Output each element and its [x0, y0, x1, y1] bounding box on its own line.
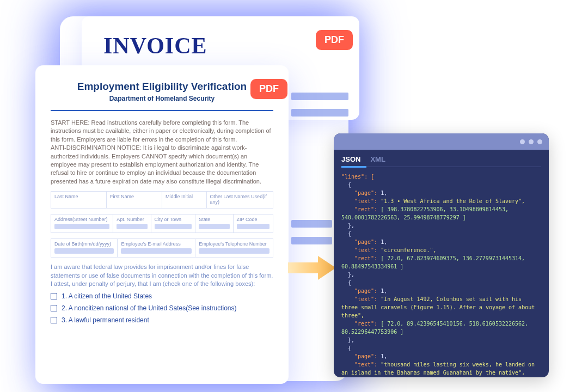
code-text: 1,	[377, 239, 387, 245]
field-label: Middle Initial	[166, 194, 193, 199]
code-text: "lines": [	[341, 174, 374, 180]
code-text: "page":	[354, 190, 377, 196]
field-label: Employee's E-mail Address	[121, 241, 180, 247]
code-text: "circumference.",	[377, 247, 436, 253]
form-paragraph: START HERE: Read instructions carefully …	[51, 119, 273, 144]
checkbox-label: 1. A citizen of the United States	[62, 292, 152, 300]
invoice-field-bar	[291, 220, 332, 228]
code-text: 1,	[377, 353, 387, 359]
code-tabs: JSON XML	[334, 150, 549, 163]
code-text: "text":	[341, 296, 377, 302]
code-text: 1,	[377, 288, 387, 294]
code-text: {	[348, 280, 351, 286]
arrow-icon	[288, 254, 337, 281]
form-fields-row: Last Name First Name Middle Initial Othe…	[51, 191, 273, 209]
code-text: "rect":	[341, 206, 377, 212]
pdf-badge: PDF	[316, 30, 353, 50]
code-text: "page":	[354, 239, 377, 245]
field-label: Last Name	[54, 194, 78, 199]
form-fields-row: Address(Street Number) Apt. Number City …	[51, 214, 273, 233]
checkbox-icon	[51, 293, 57, 299]
form-paragraph: I attest, under penalty of perjury, that…	[51, 280, 273, 288]
invoice-field-bar	[291, 237, 332, 244]
tab-underline	[341, 167, 541, 167]
checkbox-row[interactable]: 3. A lawful permanent resident	[51, 316, 273, 324]
field-label: First Name	[110, 194, 134, 199]
field-label: Address(Street Number)	[54, 217, 108, 222]
field-label: City or Town	[155, 217, 181, 222]
code-text: {	[348, 182, 351, 188]
invoice-field-bar	[291, 109, 348, 117]
field-label: Employee's Telephone Number	[199, 241, 267, 247]
svg-marker-0	[288, 256, 336, 280]
code-text: {	[348, 345, 351, 351]
pdf-badge: PDF	[250, 79, 287, 99]
code-text: },	[348, 337, 354, 343]
checkbox-row[interactable]: 2. A noncitizen national of the United S…	[51, 304, 273, 312]
tab-json[interactable]: JSON	[341, 155, 360, 163]
checkbox-row[interactable]: 1. A citizen of the United States	[51, 292, 273, 300]
code-text: "text":	[354, 198, 377, 204]
field-label: Apt. Number	[117, 217, 144, 222]
code-text: },	[348, 272, 354, 278]
window-dot-icon	[537, 139, 542, 144]
checkbox-label: 2. A noncitizen national of the United S…	[62, 304, 237, 312]
code-text: "text":	[354, 247, 377, 253]
code-window: JSON XML "lines": [ { "page": 1, "text":…	[334, 133, 549, 377]
code-text: {	[348, 231, 351, 237]
field-label: State	[199, 217, 210, 222]
field-label: Other Last Names Used(if any)	[210, 194, 267, 205]
code-body: "lines": [ { "page": 1, "text": "1.3 • W…	[334, 167, 549, 377]
form-fields-row: Date of Birth(mm/dd/yyyy) Employee's E-m…	[51, 238, 273, 258]
divider	[51, 110, 273, 111]
code-text: "rect":	[341, 321, 377, 327]
form-title: Employment Eligibility Verification	[51, 81, 273, 93]
invoice-field-bar	[291, 93, 348, 100]
checkbox-icon	[51, 305, 57, 311]
field-label: Date of Birth(mm/dd/yyyy)	[54, 241, 111, 247]
code-text: "rect":	[341, 255, 377, 261]
code-text: },	[348, 223, 354, 229]
code-text: 1,	[377, 190, 387, 196]
field-label: ZIP Code	[237, 217, 258, 222]
form-paragraph: ANTI-DISCRIMINATION NOTICE: It is illega…	[51, 144, 273, 186]
window-titlebar	[334, 133, 549, 150]
form-subtitle: Dapartment of Homeland Security	[51, 95, 273, 102]
tab-xml[interactable]: XML	[370, 155, 385, 163]
checkbox-icon	[51, 317, 57, 323]
checkbox-label: 3. A lawful permanent resident	[62, 316, 149, 324]
invoice-title: INVOICE	[103, 33, 338, 59]
code-text: "1.3 • West Africa and the Role of Slave…	[377, 198, 525, 204]
code-text: "text":	[341, 362, 377, 367]
code-text: "page":	[354, 288, 377, 294]
window-dot-icon	[529, 139, 534, 144]
code-text: "page":	[354, 353, 377, 359]
form-document: Employment Eligibility Verification Dapa…	[35, 65, 289, 384]
window-dot-icon	[520, 139, 525, 144]
form-paragraph: I am aware that federal law provides for…	[51, 263, 273, 280]
